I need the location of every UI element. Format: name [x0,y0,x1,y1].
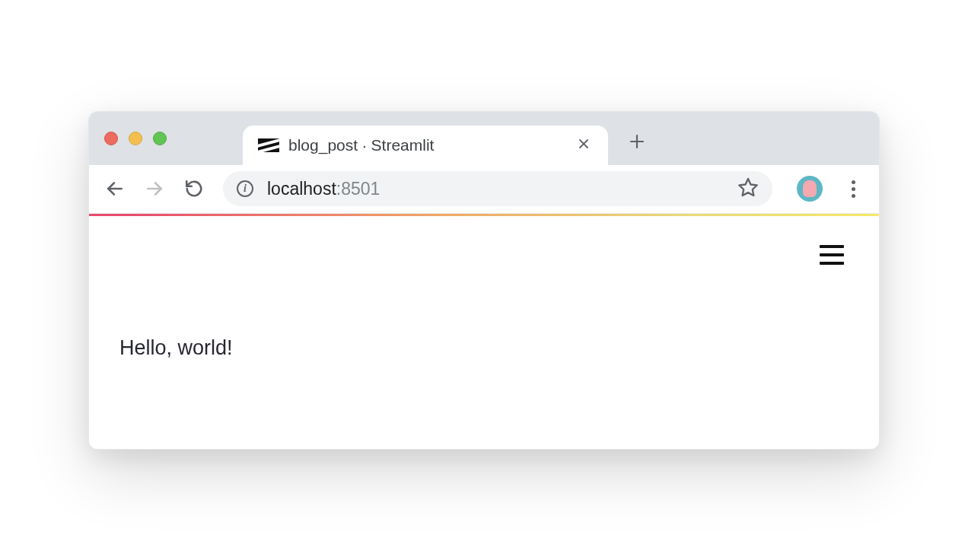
browser-toolbar: i localhost :8501 [89,165,879,214]
window-close-button[interactable] [104,132,118,145]
window-controls [104,132,167,145]
tab-title: blog_post · Streamlit [288,136,575,154]
browser-tab[interactable]: blog_post · Streamlit [243,126,608,165]
svg-marker-6 [739,179,756,196]
reload-button[interactable] [179,173,209,204]
browser-menu-button[interactable] [838,173,868,204]
streamlit-app-content: Hello, world! [89,216,879,449]
bookmark-star-icon[interactable] [737,177,759,201]
window-maximize-button[interactable] [153,132,167,145]
forward-button[interactable] [139,173,170,204]
site-info-icon[interactable]: i [237,180,253,197]
new-tab-button[interactable] [628,132,646,154]
url-port: :8501 [336,179,381,199]
address-bar[interactable]: i localhost :8501 [223,171,772,206]
streamlit-favicon-icon [258,138,279,153]
back-button[interactable] [100,173,130,204]
streamlit-menu-button[interactable] [820,245,844,265]
tab-close-button[interactable] [575,135,593,156]
browser-window: blog_post · Streamlit i localhost :8501 [88,111,880,450]
tab-strip: blog_post · Streamlit [89,112,879,165]
profile-avatar[interactable] [797,176,823,202]
url-host: localhost [267,179,336,199]
window-minimize-button[interactable] [129,132,142,145]
content-text: Hello, world! [119,336,849,360]
